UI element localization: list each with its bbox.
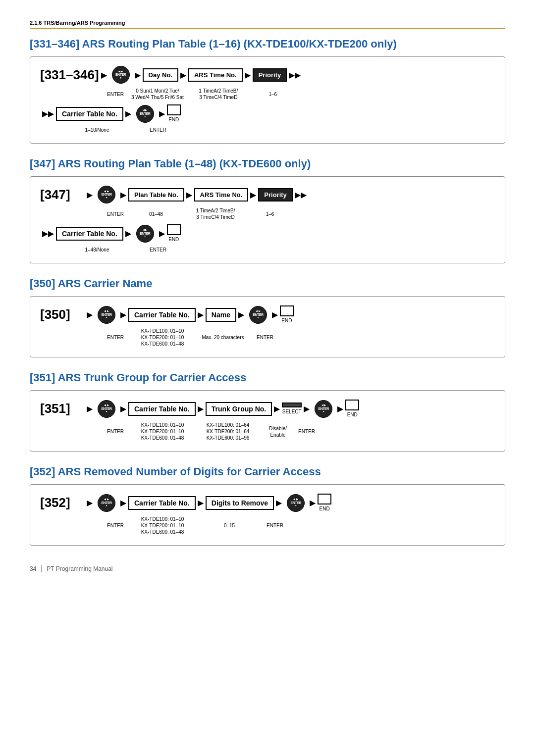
priority-col-347: Priority xyxy=(258,188,293,202)
carrier-table-label-331: Carrier Table No. xyxy=(56,107,123,121)
name-col-350: Name xyxy=(206,308,236,322)
subtexts-331-2: 1–10/None ENTER xyxy=(40,126,495,133)
subtexts-347-1: ENTER 01–48 1 TimeA/2 TimeB/ 3 TimeC/4 T… xyxy=(40,206,495,220)
code-331: [331–346] xyxy=(40,67,99,83)
carrier-table-label-347: Carrier Table No. xyxy=(56,227,123,241)
enter-circle-347-2: ◀ ▶ ENTER ▼ xyxy=(136,225,154,243)
section-351-flow1: [351] ▶ ◀ ▶ ENTER ▼ ▶ Carrier Table No. … xyxy=(40,400,495,418)
plan-table-col: Plan Table No. xyxy=(128,188,184,202)
section-350-diagram: [350] ▶ ◀ ▶ ENTER ▼ ▶ Carrier Table No. … xyxy=(30,296,505,357)
carrier-table-col-331: Carrier Table No. xyxy=(56,107,123,121)
section-352-diagram: [352] ▶ ◀ ▶ ENTER ▼ ▶ Carrier Table No. … xyxy=(30,484,505,546)
enter-circle-352-1: ◀ ▶ ENTER ▼ xyxy=(98,494,115,512)
code-347: [347] xyxy=(40,187,85,202)
end-label-331: END xyxy=(168,116,179,123)
arrow4: ▶ xyxy=(245,70,251,80)
enter-circle-350-2: ◀ ▶ ENTER ▼ xyxy=(249,306,267,324)
carrier-table-label-352: Carrier Table No. xyxy=(128,496,196,510)
carrier-subtext-331: 1–10/None xyxy=(85,127,109,133)
end-box-347: END xyxy=(167,224,181,243)
digits-to-remove-label: Digits to Remove xyxy=(206,496,274,510)
arrow3: ▶ xyxy=(180,70,186,80)
ars-time-col: ARS Time No. xyxy=(188,68,243,82)
enter-subtext-1: ENTER xyxy=(107,91,124,98)
code-351: [351] xyxy=(40,401,85,416)
carrier-table-col-350: Carrier Table No. xyxy=(128,308,196,322)
section-352-flow1: [352] ▶ ◀ ▶ ENTER ▼ ▶ Carrier Table No. … xyxy=(40,494,495,512)
ars-time-label: ARS Time No. xyxy=(188,68,243,82)
end-box-352: END xyxy=(318,494,331,512)
end-label-352: END xyxy=(320,505,330,512)
page-footer: 34 PT Programming Manual xyxy=(30,565,505,572)
trunk-group-col: Trunk Group No. xyxy=(206,402,272,416)
enter-circle-351-2: ◀ ▶ ENTER ▼ xyxy=(315,400,332,418)
enter-subtext-2: ENTER xyxy=(150,127,166,133)
name-label-350: Name xyxy=(206,308,236,322)
arrow1: ▶ xyxy=(101,70,107,80)
priority-subtext: 1–6 xyxy=(268,91,277,98)
section-351-title: [351] ARS Trunk Group for Carrier Access xyxy=(30,371,505,384)
ars-time-col-347: ARS Time No. xyxy=(194,188,249,202)
priority-col: Priority xyxy=(253,68,287,82)
ars-time-label-347: ARS Time No. xyxy=(194,188,249,202)
arrow5: ▶ xyxy=(125,109,131,118)
enter-circle-331-2: ◀ ▶ ENTER ▼ xyxy=(136,105,154,123)
end-label-347: END xyxy=(168,236,179,243)
section-331-flow2: ▶▶ Carrier Table No. ▶ ◀ ▶ ENTER ▼ ▶ END xyxy=(40,104,495,123)
end-box-351: END xyxy=(345,400,359,418)
day-no-label: Day No. xyxy=(143,68,178,82)
carrier-table-label-351: Carrier Table No. xyxy=(128,402,196,416)
section-352-title: [352] ARS Removed Number of Digits for C… xyxy=(30,465,505,478)
double-arrow1: ▶▶ xyxy=(289,70,301,80)
end-box-331: END xyxy=(167,104,181,123)
trunk-group-label: Trunk Group No. xyxy=(206,402,272,416)
code-350: [350] xyxy=(40,307,85,322)
page-number: 34 xyxy=(30,565,36,572)
arrow6: ▶ xyxy=(159,109,165,118)
carrier-table-label-350: Carrier Table No. xyxy=(128,308,196,322)
end-label-351: END xyxy=(347,411,358,418)
ars-subtext: 1 TimeA/2 TimeB/ 3 TimeC/4 TimeD xyxy=(199,88,238,101)
carrier-table-col-347: Carrier Table No. xyxy=(56,227,123,241)
section-331-title: [331–346] ARS Routing Plan Table (1–16) … xyxy=(30,38,505,50)
section-350-flow1: [350] ▶ ◀ ▶ ENTER ▼ ▶ Carrier Table No. … xyxy=(40,305,495,324)
code-350-label: [350] xyxy=(40,307,85,322)
select-col: SELECT xyxy=(282,403,302,415)
section-347-diagram: [347] ▶ ◀ ▶ ENTER ▼ ▶ Plan Table No. ▶ A… xyxy=(30,176,505,263)
arrow2: ▶ xyxy=(135,70,141,80)
end-label-350: END xyxy=(281,317,292,324)
carrier-table-col-352: Carrier Table No. xyxy=(128,496,196,510)
enter-circle-347-1: ◀ ▶ ENTER ▼ xyxy=(98,186,115,203)
section-331-flow1: [331–346] ▶ ◀ ▶ ENTER ▼ ▶ Day No. ▶ ARS … xyxy=(40,66,495,84)
section-347-flow1: [347] ▶ ◀ ▶ ENTER ▼ ▶ Plan Table No. ▶ A… xyxy=(40,186,495,203)
code-351-label: [351] xyxy=(40,401,85,416)
select-box xyxy=(282,403,302,407)
section-350-title: [350] ARS Carrier Name xyxy=(30,277,505,290)
end-box-350: END xyxy=(280,305,294,324)
manual-name: PT Programming Manual xyxy=(47,565,112,572)
enter-circle-350-1: ◀ ▶ ENTER ▼ xyxy=(98,306,115,324)
code-352-label: [352] xyxy=(40,495,85,510)
enter-circle-351-1: ◀ ▶ ENTER ▼ xyxy=(98,400,115,418)
day-subtext: 0 Sun/1 Mon/2 Tue/ 3 Wed/4 Thu/5 Fri/6 S… xyxy=(131,88,184,101)
footer-divider xyxy=(41,565,42,572)
section-351-diagram: [351] ▶ ◀ ▶ ENTER ▼ ▶ Carrier Table No. … xyxy=(30,390,505,452)
digits-to-remove-col: Digits to Remove xyxy=(206,496,274,510)
day-no-col: Day No. xyxy=(143,68,178,82)
section-header: 2.1.6 TRS/Barring/ARS Programming xyxy=(30,20,505,29)
select-label: SELECT xyxy=(282,408,302,415)
subtexts-331-1: ENTER 0 Sun/1 Mon/2 Tue/ 3 Wed/4 Thu/5 F… xyxy=(40,87,495,101)
section-331-diagram: [331–346] ▶ ◀ ▶ ENTER ▼ ▶ Day No. ▶ ARS … xyxy=(30,56,505,144)
section-347-title: [347] ARS Routing Plan Table (1–48) (KX-… xyxy=(30,157,505,170)
double-arrow2: ▶▶ xyxy=(42,109,54,118)
code-347-label: [347] xyxy=(40,187,85,202)
enter-circle-352-2: ◀ ▶ ENTER ▼ xyxy=(287,494,305,512)
section-label: 2.1.6 TRS/Barring/ARS Programming xyxy=(30,20,125,26)
plan-table-label: Plan Table No. xyxy=(128,188,184,202)
priority-label-347: Priority xyxy=(258,188,293,202)
code-352: [352] xyxy=(40,495,85,510)
carrier-table-col-351: Carrier Table No. xyxy=(128,402,196,416)
enter-circle-331-1: ◀ ▶ ENTER ▼ xyxy=(112,66,130,84)
section-347-flow2: ▶▶ Carrier Table No. ▶ ◀ ▶ ENTER ▼ ▶ END xyxy=(40,224,495,243)
priority-label: Priority xyxy=(253,68,287,82)
